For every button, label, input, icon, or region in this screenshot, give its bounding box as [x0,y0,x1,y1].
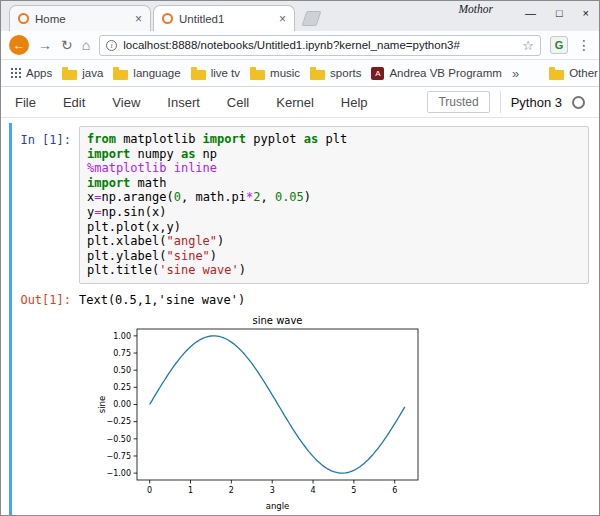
reload-button[interactable]: ↻ [61,38,73,52]
code-line: x=np.arange(0, math.pi*2, 0.05) [87,190,581,205]
minimize-button[interactable]: — [525,8,536,19]
home-button[interactable]: ⌂ [82,38,90,52]
svg-text:2: 2 [229,486,234,495]
code-token: as [181,147,195,161]
plot-output: 1.000.750.500.250.00−0.25−0.50−0.75−1.00… [93,313,591,515]
code-token: plt [318,132,347,146]
code-token: import [87,176,130,190]
folder-icon [250,70,265,80]
bookmark-apps[interactable]: Apps [11,67,52,79]
kernel-separator [500,91,501,113]
back-icon: ← [13,38,25,52]
bookmarks-overflow-chevron[interactable]: » [512,66,519,81]
code-line: plt.xlabel("angle") [87,234,581,249]
page-info-icon[interactable]: i [106,40,117,51]
tab-close-icon[interactable]: × [279,13,286,25]
kernel-status-icon [572,96,585,109]
trusted-button[interactable]: Trusted [427,91,489,113]
tab-strip: Home × Untitled1 × Mothor — □ × [1,1,599,31]
svg-text:4: 4 [310,486,315,495]
svg-text:−0.50: −0.50 [106,435,131,444]
code-token: ) [210,249,217,263]
kernel-name: Python 3 [511,95,562,110]
bookmark-folder-live-tv[interactable]: live tv [191,67,240,80]
svg-text:−0.75: −0.75 [106,452,131,461]
tab-home[interactable]: Home × [9,5,151,31]
code-editor[interactable]: from matplotlib import pyplot as pltimpo… [79,126,589,284]
bookmark-andrea-vb[interactable]: A Andrea VB Programm [371,67,502,80]
menu-view[interactable]: View [112,95,140,110]
code-token: np [195,147,217,161]
other-bookmarks[interactable]: Other bookmarks [549,67,600,80]
svg-text:1.00: 1.00 [113,332,131,341]
code-token: "angle" [166,234,217,248]
menu-kernel[interactable]: Kernel [276,95,314,110]
address-bar[interactable]: i localhost:8888/notebooks/Untitled1.ipy… [99,35,541,56]
sine-plot-svg: 1.000.750.500.250.00−0.25−0.50−0.75−1.00… [93,313,428,513]
apps-grid-icon [11,68,21,78]
bookmark-label: Apps [26,67,52,79]
svg-text:1: 1 [188,486,193,495]
input-prompt: In [1]: [17,126,79,284]
bookmark-folder-music[interactable]: music [250,67,300,80]
tab-close-icon[interactable]: × [135,13,142,25]
jupyter-favicon [18,13,29,24]
close-button[interactable]: × [583,8,589,19]
notebook-body: In [1]: from matplotlib import pyplot as… [1,118,599,515]
bookmark-label: java [82,67,103,79]
bookmark-label: sports [330,67,361,79]
g-extension-icon[interactable]: G [550,36,568,54]
code-token: import [203,132,246,146]
code-token: ) [217,234,224,248]
bookmark-label: Other bookmarks [569,67,600,79]
folder-icon [113,70,128,80]
menu-edit[interactable]: Edit [63,95,85,110]
code-token: numpy [130,147,181,161]
svg-text:0.75: 0.75 [113,349,131,358]
code-token: matplotlib [116,132,203,146]
menu-help[interactable]: Help [341,95,368,110]
svg-text:0.25: 0.25 [113,383,131,392]
notebook-menubar: File Edit View Insert Cell Kernel Help T… [1,87,599,118]
code-line: import numpy as np [87,147,581,162]
menu-cell[interactable]: Cell [227,95,249,110]
svg-text:6: 6 [392,486,397,495]
menu-file[interactable]: File [15,95,36,110]
code-line: plt.title('sine wave') [87,263,581,278]
bookmark-label: live tv [211,67,240,79]
code-token: import [87,147,130,161]
menu-insert[interactable]: Insert [167,95,200,110]
new-tab-button[interactable] [302,11,322,26]
tab-untitled1[interactable]: Untitled1 × [153,5,295,31]
folder-icon [62,70,77,80]
bookmark-star-icon[interactable]: ☆ [522,38,534,53]
browser-toolbar: ← → ↻ ⌂ i localhost:8888/notebooks/Untit… [1,31,599,60]
code-token: ) [304,190,311,204]
bookmark-folder-java[interactable]: java [62,67,103,80]
browser-window: Home × Untitled1 × Mothor — □ × ← → ↻ ⌂ … [0,0,600,516]
maximize-button[interactable]: □ [556,8,563,19]
svg-text:sine wave: sine wave [252,315,302,326]
back-button[interactable]: ← [9,35,29,55]
watermark-text: Mothor [459,3,494,15]
browser-menu-icon[interactable]: ⋮ [577,37,591,53]
window-controls: — □ × [525,8,589,19]
svg-text:sine: sine [97,396,107,413]
code-token: "sine" [166,249,209,263]
bookmark-folder-sports[interactable]: sports [310,67,361,80]
svg-text:−1.00: −1.00 [106,469,131,478]
notebook-status-area: Trusted Python 3 [427,91,585,113]
tab-untitled1-label: Untitled1 [179,13,273,25]
andrea-vb-favicon: A [371,67,384,80]
svg-text:0.50: 0.50 [113,366,131,375]
code-token: %matplotlib inline [87,161,217,175]
output-prompt: Out[1]: [17,293,79,307]
folder-icon [549,70,564,80]
code-token: 'sine wave' [159,263,238,277]
svg-text:0: 0 [147,486,152,495]
code-line: from matplotlib import pyplot as plt [87,132,581,147]
code-token: np.sin(x) [101,205,166,219]
forward-button[interactable]: → [38,38,52,52]
bookmark-folder-language[interactable]: language [113,67,180,80]
code-token: plt.ylabel( [87,249,166,263]
